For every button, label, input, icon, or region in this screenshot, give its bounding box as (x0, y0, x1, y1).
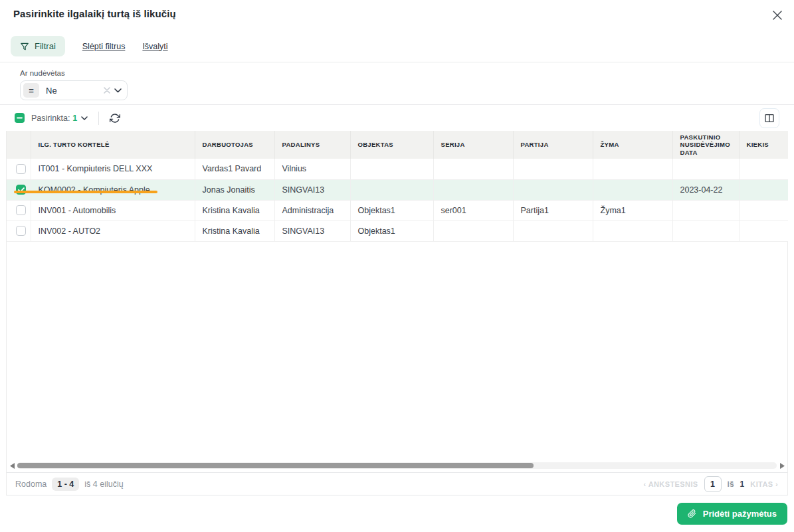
horizontal-scrollbar (7, 460, 787, 471)
cell-card: IT001 - Kompiuteris DELL XXX (31, 159, 195, 179)
add-selected-button[interactable]: Pridėti pažymėtus (677, 503, 787, 525)
cell-series (433, 221, 513, 241)
row-checkbox[interactable] (16, 164, 26, 174)
table-row-selected[interactable]: KOM0002 - Kompiuteris Apple Jonas Jonait… (7, 179, 788, 200)
cell-tag (593, 221, 672, 241)
cell-last-depreciation-date: 2023-04-22 (672, 179, 739, 200)
column-header[interactable]: OBJEKTAS (350, 131, 433, 159)
action-bar: Pridėti pažymėtus (0, 495, 794, 532)
filter-funnel-icon (20, 42, 29, 51)
table-row[interactable]: INV001 - Automobilis Kristina Kavalia Ad… (7, 200, 788, 221)
cell-series (433, 179, 513, 200)
cell-object: Objektas1 (350, 221, 433, 241)
cell-last-depreciation-date (672, 221, 739, 241)
cell-quantity (739, 159, 788, 179)
filter-value: Ne (39, 86, 104, 96)
scrollbar-thumb[interactable] (17, 463, 534, 468)
filters-button-label: Filtrai (35, 41, 56, 51)
cell-department: Administracija (274, 200, 350, 221)
column-header[interactable]: ILG. TURTO KORTELĖ (31, 131, 195, 159)
filter-operator-badge[interactable]: = (23, 83, 39, 98)
cell-last-depreciation-date (672, 159, 739, 179)
filter-field-label: Ar nudėvėtas (20, 69, 774, 77)
pager: ‹ ANKSTESNIS iš 1 KITAS › (644, 476, 778, 492)
modal-title: Pasirinkite ilgalaikį turtą iš likučių (13, 8, 781, 19)
table-header-row: ILG. TURTO KORTELĖ DARBUOTOJAS PADALINYS… (7, 131, 788, 159)
column-header[interactable]: PADALINYS (274, 131, 350, 159)
modal-header: Pasirinkite ilgalaikį turtą iš likučių (0, 0, 794, 31)
total-pages: 1 (740, 480, 745, 489)
cell-series: ser001 (433, 200, 513, 221)
selection-chevron-down-icon[interactable] (81, 116, 88, 120)
table-row[interactable]: IT001 - Kompiuteris DELL XXX Vardas1 Pav… (7, 159, 788, 179)
cell-last-depreciation-date (672, 200, 739, 221)
cell-tag (593, 159, 672, 179)
column-header[interactable]: SERIJA (433, 131, 513, 159)
cell-batch: Partija1 (513, 200, 593, 221)
selected-row-indicator (14, 191, 157, 193)
cell-department: SINGVAI13 (274, 221, 350, 241)
depreciated-filter-select[interactable]: = Ne (20, 80, 128, 100)
column-header[interactable]: PARTIJA (513, 131, 593, 159)
cell-quantity (739, 221, 788, 241)
select-asset-modal: Pasirinkite ilgalaikį turtą iš likučių F… (0, 0, 794, 532)
filter-clear-icon[interactable] (104, 87, 110, 94)
table-footer: Rodoma 1 - 4 iš 4 eilučių ‹ ANKSTESNIS i… (7, 472, 787, 495)
cell-employee: Vardas1 Pavard (195, 159, 274, 179)
filter-panel: Ar nudėvėtas = Ne (0, 62, 794, 105)
selection-bar: Pasirinkta: 1 (0, 105, 794, 131)
cell-series (433, 159, 513, 179)
cell-employee: Kristina Kavalia (195, 221, 274, 241)
refresh-icon[interactable] (110, 113, 120, 124)
divider (98, 112, 99, 125)
showing-label: Rodoma (15, 480, 47, 489)
hide-filters-link[interactable]: Slėpti filtrus (82, 42, 126, 51)
cell-tag: Žyma1 (593, 200, 672, 221)
column-header[interactable]: PASKUTINIO NUSIDĖVĖJIMO DATA (672, 131, 739, 159)
rows-range-badge: 1 - 4 (52, 478, 79, 491)
column-settings-button[interactable] (759, 108, 779, 128)
page-number-input[interactable] (704, 476, 722, 492)
cell-department: SINGVAI13 (274, 179, 350, 200)
column-header[interactable]: DARBUOTOJAS (195, 131, 274, 159)
cell-card: INV002 - AUTO2 (31, 221, 195, 241)
selected-count: 1 (72, 114, 77, 123)
cell-quantity (739, 200, 788, 221)
scroll-left-icon[interactable] (8, 463, 16, 469)
cell-tag (593, 179, 672, 200)
table-row[interactable]: INV002 - AUTO2 Kristina Kavalia SINGVAI1… (7, 221, 788, 241)
cell-card: KOM0002 - Kompiuteris Apple (31, 179, 195, 200)
cell-object (350, 179, 433, 200)
cell-department: Vilnius (274, 159, 350, 179)
row-checkbox[interactable] (16, 205, 26, 215)
close-icon[interactable] (770, 8, 785, 23)
filter-toolbar: Filtrai Slėpti filtrus Išvalyti (0, 31, 794, 62)
cell-employee: Kristina Kavalia (195, 200, 274, 221)
previous-page-button[interactable]: ‹ ANKSTESNIS (644, 480, 698, 488)
filters-button[interactable]: Filtrai (11, 36, 65, 56)
attach-icon (688, 509, 696, 518)
cell-object: Objektas1 (350, 200, 433, 221)
cell-employee: Jonas Jonaitis (195, 179, 274, 200)
table-empty-area (7, 242, 787, 460)
scrollbar-track[interactable] (17, 462, 777, 469)
cell-batch (513, 159, 593, 179)
selected-label: Pasirinkta: (31, 114, 70, 123)
column-header[interactable]: ŽYMA (593, 131, 672, 159)
chevron-down-icon[interactable] (114, 88, 122, 93)
header-checkbox-cell (7, 131, 31, 159)
cell-card: INV001 - Automobilis (31, 200, 195, 221)
next-page-button[interactable]: KITAS › (750, 480, 778, 488)
assets-table: ILG. TURTO KORTELĖ DARBUOTOJAS PADALINYS… (7, 131, 788, 242)
column-header[interactable]: KIEKIS (739, 131, 788, 159)
scroll-right-icon[interactable] (778, 463, 786, 469)
row-checkbox[interactable] (16, 226, 26, 236)
cell-quantity (739, 179, 788, 200)
cell-batch (513, 179, 593, 200)
rows-total-label: iš 4 eilučių (84, 480, 123, 489)
page-of-label: iš (728, 480, 734, 489)
assets-table-container: ILG. TURTO KORTELĖ DARBUOTOJAS PADALINYS… (6, 131, 788, 495)
clear-filters-link[interactable]: Išvalyti (142, 42, 167, 51)
select-all-checkbox[interactable] (15, 113, 25, 123)
add-selected-label: Pridėti pažymėtus (703, 509, 777, 519)
